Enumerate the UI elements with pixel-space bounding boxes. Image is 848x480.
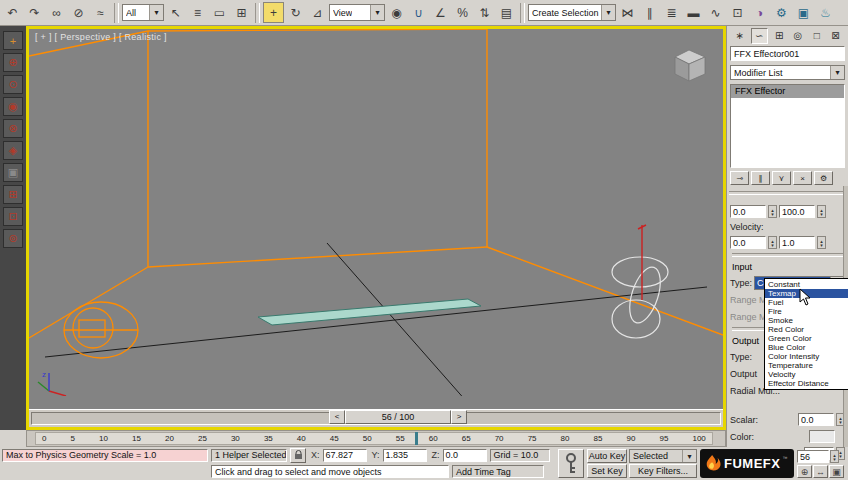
- fumefx-preview-icon[interactable]: ⊞: [3, 185, 23, 204]
- auto-key-button[interactable]: Auto Key: [587, 449, 627, 463]
- y-coord-field[interactable]: 1.835: [383, 449, 427, 462]
- make-unique-icon[interactable]: ⋎: [772, 171, 791, 185]
- spinner[interactable]: [817, 236, 826, 249]
- modifier-stack[interactable]: FFX Effector: [730, 84, 845, 168]
- fumefx-source-icon[interactable]: ⊙: [3, 75, 23, 94]
- pan-icon[interactable]: ↔: [813, 465, 828, 478]
- fumefx-help-icon[interactable]: ⊚: [3, 229, 23, 248]
- snap-toggle-icon[interactable]: ∪: [408, 2, 429, 23]
- material-editor-icon[interactable]: ◑: [749, 2, 770, 23]
- type-dropdown-option[interactable]: Smoke: [765, 316, 848, 325]
- object-name-field[interactable]: FFX Effector001: [730, 46, 845, 61]
- ffx-effector-helper[interactable]: [612, 257, 668, 338]
- track-bar-ruler[interactable]: 0510152025303540455055606570758085909510…: [35, 432, 713, 445]
- motion-tab-icon[interactable]: ◎: [790, 29, 805, 43]
- type-dropdown-option[interactable]: Effector Distance: [765, 379, 848, 388]
- percent-snap-icon[interactable]: %: [452, 2, 473, 23]
- fumefx-select-icon[interactable]: +: [3, 31, 23, 50]
- angle-snap-icon[interactable]: ∠: [430, 2, 451, 23]
- select-and-link-icon[interactable]: ∞: [46, 2, 67, 23]
- hierarchy-tab-icon[interactable]: ⊞: [772, 29, 787, 43]
- viewport-scene[interactable]: x z: [29, 29, 723, 396]
- reference-coordinate-dropdown[interactable]: View: [329, 4, 385, 21]
- viewport-label[interactable]: [ + ] [ Perspective ] [ Realistic ]: [35, 32, 167, 42]
- maxscript-mini-listener[interactable]: Max to Physics Geometry Scale = 1.0: [2, 449, 208, 462]
- type-dropdown-option[interactable]: Green Color: [765, 334, 848, 343]
- key-selection-dropdown[interactable]: Selected: [629, 449, 697, 463]
- schematic-view-icon[interactable]: ⊡: [727, 2, 748, 23]
- previous-frame-button[interactable]: <: [329, 410, 345, 424]
- scalar-field[interactable]: 0.0: [798, 413, 834, 426]
- amount-min-field[interactable]: 0.0: [730, 205, 766, 218]
- fumefx-particle-source-icon[interactable]: ⊗: [3, 119, 23, 138]
- select-by-name-icon[interactable]: ≡: [187, 2, 208, 23]
- fumefx-grid-wireframe[interactable]: [29, 29, 723, 338]
- named-selection-set-dropdown[interactable]: Create Selection Se: [528, 4, 616, 21]
- amount-max-field[interactable]: 100.0: [779, 205, 815, 218]
- select-and-rotate-icon[interactable]: ↻: [285, 2, 306, 23]
- modify-tab-icon[interactable]: ∽: [751, 28, 768, 44]
- velocity-min-field[interactable]: 0.0: [730, 236, 766, 249]
- spinner-snap-icon[interactable]: ⇅: [474, 2, 495, 23]
- fumefx-render-icon[interactable]: ▣: [3, 163, 23, 182]
- type-dropdown-option[interactable]: Color Intensity: [765, 352, 848, 361]
- render-production-icon[interactable]: ♨: [815, 2, 836, 23]
- selection-lock-button[interactable]: [290, 448, 306, 463]
- utilities-tab-icon[interactable]: ⊠: [828, 29, 843, 43]
- configure-modifier-sets-icon[interactable]: ⚙: [814, 171, 833, 185]
- view-cube[interactable]: [675, 50, 705, 81]
- spinner[interactable]: [768, 236, 777, 249]
- set-key-button[interactable]: Set Key: [587, 464, 627, 478]
- maximize-viewport-icon[interactable]: ▣: [829, 465, 844, 478]
- fumefx-source-helper[interactable]: [64, 302, 138, 358]
- mirror-icon[interactable]: ⋈: [617, 2, 638, 23]
- type-dropdown-option[interactable]: Velocity: [765, 370, 848, 379]
- selection-filter-dropdown[interactable]: All: [122, 4, 164, 21]
- rectangular-selection-icon[interactable]: ▭: [209, 2, 230, 23]
- layer-manager-icon[interactable]: ≣: [661, 2, 682, 23]
- current-frame-marker[interactable]: [415, 432, 418, 445]
- curve-editor-icon[interactable]: ∿: [705, 2, 726, 23]
- next-frame-button[interactable]: >: [451, 410, 467, 424]
- viewport-scene-area[interactable]: x z [ + ] [ Perspective ] [ Realistic ]: [29, 29, 723, 409]
- display-tab-icon[interactable]: □: [809, 29, 824, 43]
- pin-stack-icon[interactable]: ⊸: [730, 171, 749, 185]
- undo-icon[interactable]: ↶: [2, 2, 23, 23]
- type-dropdown-option[interactable]: Blue Color: [765, 343, 848, 352]
- unlink-selection-icon[interactable]: ⊘: [68, 2, 89, 23]
- show-end-result-icon[interactable]: ∥: [751, 171, 770, 185]
- render-setup-icon[interactable]: ⚙: [771, 2, 792, 23]
- window-crossing-icon[interactable]: ⊞: [231, 2, 252, 23]
- key-filters-button[interactable]: Key Filters...: [629, 464, 697, 478]
- redo-icon[interactable]: ↷: [24, 2, 45, 23]
- add-time-tag[interactable]: Add Time Tag: [452, 465, 544, 478]
- fumefx-effector-icon[interactable]: ◈: [3, 141, 23, 160]
- frame-spinner[interactable]: [830, 450, 839, 463]
- modifier-list-dropdown[interactable]: Modifier List: [730, 65, 845, 80]
- select-and-scale-icon[interactable]: ⊿: [307, 2, 328, 23]
- set-keys-button[interactable]: [558, 449, 584, 478]
- rendered-frame-icon[interactable]: ▣: [793, 2, 814, 23]
- bind-to-spacewarp-icon[interactable]: ≈: [90, 2, 111, 23]
- spinner[interactable]: [768, 205, 777, 218]
- edit-named-selections-icon[interactable]: ▤: [496, 2, 517, 23]
- type-dropdown-option[interactable]: Red Color: [765, 325, 848, 334]
- color-swatch[interactable]: [809, 430, 835, 443]
- remove-modifier-icon[interactable]: ×: [793, 171, 812, 185]
- zoom-icon[interactable]: ⊕: [797, 465, 812, 478]
- type-dropdown-option[interactable]: Temperature: [765, 361, 848, 370]
- x-coord-field[interactable]: 67.827: [323, 449, 367, 462]
- z-coord-field[interactable]: 0.0: [443, 449, 487, 462]
- current-frame-field[interactable]: 56: [797, 450, 829, 463]
- use-pivot-center-icon[interactable]: ◉: [386, 2, 407, 23]
- fumefx-object-source-icon[interactable]: ◉: [3, 97, 23, 116]
- track-bar[interactable]: 0510152025303540455055606570758085909510…: [26, 430, 726, 447]
- time-slider-grip[interactable]: 56 / 100: [345, 410, 451, 424]
- align-icon[interactable]: ∥: [639, 2, 660, 23]
- select-and-move-icon[interactable]: +: [263, 2, 284, 23]
- fumefx-grid-icon[interactable]: ⊕: [3, 53, 23, 72]
- fumefx-settings-icon[interactable]: ⊡: [3, 207, 23, 226]
- plane-object[interactable]: [258, 299, 481, 325]
- create-tab-icon[interactable]: ∗: [732, 29, 747, 43]
- modifier-stack-item[interactable]: FFX Effector: [731, 85, 844, 98]
